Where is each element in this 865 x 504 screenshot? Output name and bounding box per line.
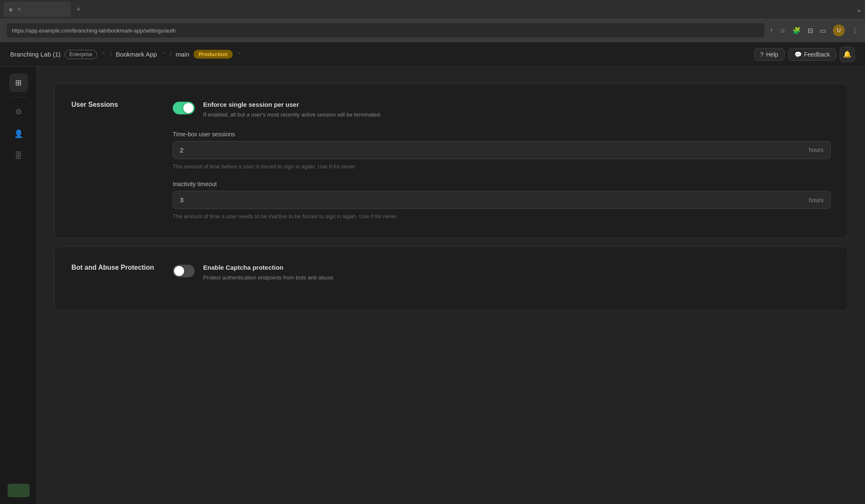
sidebar-icon-home[interactable]: ⊞ xyxy=(9,73,28,92)
address-bar[interactable]: https://app.example.com/branching-lab/bo… xyxy=(7,23,764,38)
help-button[interactable]: ? Help xyxy=(754,48,785,61)
share-icon[interactable]: ↑ xyxy=(770,27,773,34)
more-options-icon[interactable]: ⋮ xyxy=(851,27,858,35)
inactivity-input-row: hours xyxy=(173,191,831,209)
env-chevron: ⌃ xyxy=(237,51,241,57)
inactivity-suffix: hours xyxy=(802,192,830,209)
sidebar-icon-users[interactable]: 👤 xyxy=(9,125,28,143)
puzzle-icon[interactable]: 🧩 xyxy=(792,27,801,35)
sidebar-nav-active[interactable] xyxy=(8,484,30,497)
browser-tab[interactable]: e ✕ xyxy=(3,2,71,17)
left-sidebar: ⊞ ⚙ 👤 🗄 xyxy=(0,67,37,504)
tab-close-button[interactable]: ✕ xyxy=(16,6,22,13)
user-sessions-card: User Sessions Enforce single session per… xyxy=(54,84,848,238)
main-layout: ⊞ ⚙ 👤 🗄 User Sessions xyxy=(0,67,865,504)
bot-protection-section: Bot and Abuse Protection Enable Captcha … xyxy=(71,264,831,294)
single-session-toggle-text: Enforce single session per user If enabl… xyxy=(203,101,381,119)
captcha-toggle-thumb xyxy=(174,266,184,276)
enterprise-badge: Enterprise xyxy=(65,50,97,59)
user-sessions-content: Enforce single session per user If enabl… xyxy=(173,101,831,221)
breadcrumb-separator-1: / xyxy=(110,51,112,58)
help-label: Help xyxy=(766,51,778,58)
timebox-input-row: hours xyxy=(173,141,831,159)
bot-protection-card: Bot and Abuse Protection Enable Captcha … xyxy=(54,247,848,311)
split-view-icon[interactable]: ▭ xyxy=(820,27,826,35)
inactivity-hint: The amount of time a user needs to be in… xyxy=(173,212,831,221)
timebox-input[interactable] xyxy=(173,141,802,159)
profile-avatar[interactable]: U xyxy=(833,24,845,36)
captcha-toggle-container xyxy=(173,265,195,279)
feedback-button[interactable]: 💬 Feedback xyxy=(788,48,836,61)
sidebar-icon[interactable]: ⊟ xyxy=(808,27,813,35)
user-sessions-section: User Sessions Enforce single session per… xyxy=(71,101,831,221)
sidebar-icon-settings[interactable]: ⚙ xyxy=(9,103,28,121)
inactivity-label: Inactivity timeout xyxy=(173,181,831,187)
tab-label: e xyxy=(9,6,12,13)
nav-right-actions: ? Help 💬 Feedback 🔔 xyxy=(754,47,855,62)
single-session-toggle-container xyxy=(173,102,195,116)
app-chevron: ⌃ xyxy=(161,51,166,57)
captcha-toggle-text: Enable Captcha protection Protect authen… xyxy=(203,264,335,282)
toggle-thumb xyxy=(183,103,193,113)
inactivity-input[interactable] xyxy=(173,191,802,209)
app-nav-bar: Branching Lab (1) Enterprise ⌃ / Bookmar… xyxy=(0,42,865,67)
single-session-title: Enforce single session per user xyxy=(203,101,381,108)
branch-name[interactable]: main xyxy=(176,51,190,58)
bookmark-icon[interactable]: ☆ xyxy=(780,27,786,35)
single-session-toggle[interactable] xyxy=(173,102,195,114)
breadcrumb-separator-2: / xyxy=(170,51,171,58)
bell-icon: 🔔 xyxy=(843,50,851,58)
timebox-suffix: hours xyxy=(802,141,830,158)
content-area: User Sessions Enforce single session per… xyxy=(37,67,865,504)
breadcrumb: Branching Lab (1) Enterprise ⌃ / Bookmar… xyxy=(10,50,754,59)
sidebar-icon-database[interactable]: 🗄 xyxy=(9,146,28,165)
single-session-row: Enforce single session per user If enabl… xyxy=(173,101,831,119)
app-name[interactable]: Bookmark App xyxy=(116,51,157,58)
bot-protection-label: Bot and Abuse Protection xyxy=(71,264,156,271)
browser-toolbar: https://app.example.com/branching-lab/bo… xyxy=(0,19,865,42)
captcha-row: Enable Captcha protection Protect authen… xyxy=(173,264,831,282)
captcha-title: Enable Captcha protection xyxy=(203,264,335,271)
feedback-icon: 💬 xyxy=(794,51,802,58)
bot-protection-content: Enable Captcha protection Protect authen… xyxy=(173,264,831,294)
captcha-description: Protect authentication endpoints from bo… xyxy=(203,274,335,282)
org-name[interactable]: Branching Lab (1) xyxy=(10,51,60,58)
org-chevron: ⌃ xyxy=(101,51,106,57)
single-session-description: If enabled, all but a user's most recent… xyxy=(203,111,381,119)
timebox-field-group: Time-box user sessions hours The amount … xyxy=(173,131,831,171)
browser-chrome: e ✕ + ⌄ https://app.example.com/branchin… xyxy=(0,0,865,42)
timebox-hint: The amount of time before a user is forc… xyxy=(173,163,831,171)
tab-bar: e ✕ + ⌄ xyxy=(0,0,865,19)
new-tab-button[interactable]: + xyxy=(73,3,84,15)
captcha-toggle[interactable] xyxy=(173,265,195,277)
browser-action-icons: ↑ ☆ 🧩 ⊟ ▭ U ⋮ xyxy=(770,24,858,36)
env-badge[interactable]: Production xyxy=(193,50,233,59)
inactivity-field-group: Inactivity timeout hours The amount of t… xyxy=(173,181,831,221)
user-sessions-label: User Sessions xyxy=(71,101,156,108)
help-icon: ? xyxy=(760,51,764,58)
chevron-down-icon[interactable]: ⌄ xyxy=(856,5,862,14)
sidebar-divider xyxy=(10,97,27,98)
feedback-label: Feedback xyxy=(804,51,830,58)
timebox-label: Time-box user sessions xyxy=(173,131,831,138)
notifications-button[interactable]: 🔔 xyxy=(840,47,855,62)
